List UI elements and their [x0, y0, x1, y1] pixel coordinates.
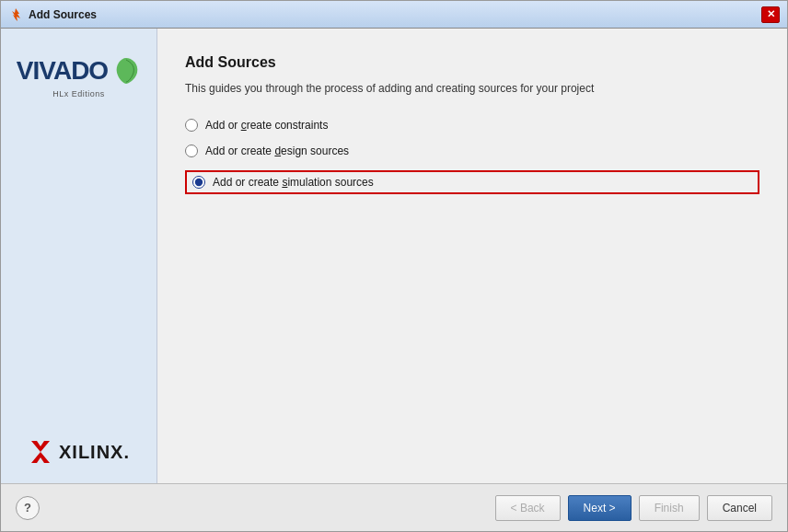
- vivado-edition-text: HLx Editions: [52, 89, 105, 98]
- vivado-leaf-icon: [111, 56, 141, 86]
- window-title: Add Sources: [29, 8, 761, 21]
- panel-subtitle: This guides you through the process of a…: [185, 80, 759, 97]
- back-button[interactable]: < Back: [495, 495, 561, 521]
- xilinx-logo: XILINX.: [28, 439, 130, 465]
- title-bar: Add Sources ✕: [1, 1, 787, 29]
- radio-highlight-simulation: Add or create simulation sources: [185, 170, 759, 194]
- radio-group: Add or create constraints Add or create …: [185, 119, 759, 194]
- vivado-text: VIVADO: [17, 58, 108, 84]
- panel-title: Add Sources: [185, 54, 759, 71]
- radio-item-simulation[interactable]: Add or create simulation sources: [192, 176, 374, 189]
- radio-design[interactable]: [185, 145, 198, 157]
- radio-label-design: Add or create design sources: [205, 145, 349, 157]
- xilinx-logo-area: XILINX.: [28, 439, 130, 465]
- left-panel: VIVADO HLx Editions XILINX.: [1, 29, 157, 483]
- radio-constraints[interactable]: [185, 119, 198, 132]
- radio-label-constraints: Add or create constraints: [205, 119, 328, 132]
- close-button[interactable]: ✕: [761, 6, 780, 23]
- footer: ? < Back Next > Finish Cancel: [1, 483, 787, 531]
- next-button[interactable]: Next >: [568, 495, 632, 521]
- main-window: Add Sources ✕ VIVADO HLx Editions: [0, 0, 788, 532]
- right-panel: Add Sources This guides you through the …: [157, 29, 787, 483]
- radio-simulation[interactable]: [192, 176, 205, 189]
- radio-item-design[interactable]: Add or create design sources: [185, 145, 759, 157]
- help-button[interactable]: ?: [16, 496, 40, 520]
- radio-item-constraints[interactable]: Add or create constraints: [185, 119, 759, 132]
- radio-label-simulation: Add or create simulation sources: [213, 176, 374, 189]
- xilinx-text: XILINX.: [59, 442, 130, 463]
- xilinx-icon: [28, 439, 53, 465]
- svg-marker-0: [12, 8, 20, 21]
- app-icon: [8, 7, 23, 22]
- vivado-logo: VIVADO HLx Editions: [17, 56, 141, 98]
- main-content: VIVADO HLx Editions XILINX.: [1, 29, 787, 483]
- cancel-button[interactable]: Cancel: [707, 495, 772, 521]
- finish-button[interactable]: Finish: [639, 495, 700, 521]
- vivado-wordmark: VIVADO: [17, 56, 141, 86]
